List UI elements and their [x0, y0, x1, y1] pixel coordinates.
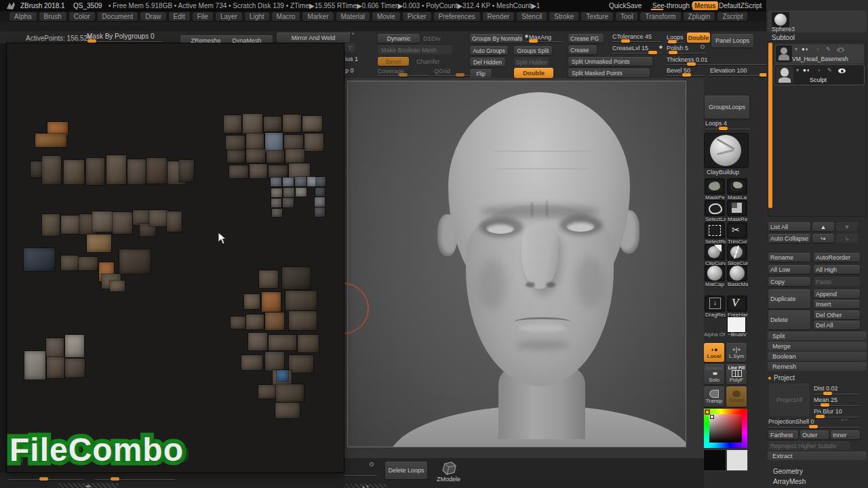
reference-thumbnail[interactable] [87, 235, 111, 252]
double-toggle-groups[interactable]: Double [514, 68, 553, 78]
tray-scrollbar-orange[interactable] [768, 43, 771, 208]
loops-count-track[interactable] [705, 129, 750, 129]
canvas[interactable] [347, 81, 686, 447]
reference-thumbnail[interactable] [302, 116, 322, 131]
brush-cell-maskla[interactable]: MaskLa [728, 179, 748, 201]
zmodeler-cube-icon[interactable] [439, 461, 458, 476]
polyframe-button[interactable]: Line Fill PolyF [726, 364, 747, 384]
groups-by-normals-button[interactable]: Groups By Normals [470, 34, 523, 43]
reference-thumbnail[interactable] [315, 188, 325, 197]
mask-by-polygroups-handle[interactable] [87, 39, 96, 43]
auto-groups-button[interactable]: Auto Groups [470, 46, 508, 55]
brush-cell-matcap[interactable]: MatCap [705, 266, 726, 287]
reference-thumbnail[interactable] [277, 370, 288, 382]
brush-cell-clipcurv[interactable]: ClipCurv [705, 245, 726, 266]
quicksave-button[interactable]: QuickSave [609, 2, 642, 9]
menu-stencil[interactable]: Stencil [517, 12, 547, 21]
brush-cell-maskre[interactable]: MaskRe [728, 201, 748, 222]
mask-by-polygroups-track[interactable] [87, 41, 163, 42]
projection-shell-mini-icons[interactable]: ≡ ᵗᶻ [841, 418, 848, 422]
reference-thumbnail[interactable] [133, 210, 151, 225]
reference-thumbnail[interactable] [246, 149, 265, 163]
polypaint-icons-dim[interactable]: ◐ [816, 46, 821, 52]
menu-draw[interactable]: Draw [140, 12, 165, 21]
double-toggle-loops[interactable]: Double [687, 33, 710, 43]
menu-zscript[interactable]: Zscript [717, 12, 747, 21]
dynamic-button[interactable]: Dynamic [378, 34, 420, 43]
pen-icon[interactable]: ✎ [826, 46, 831, 52]
panel-loops-button[interactable]: Panel Loops [711, 34, 753, 47]
menu-preferences[interactable]: Preferences [434, 12, 480, 21]
reference-thumbnail[interactable] [119, 249, 151, 274]
reference-thumbnail[interactable] [289, 311, 317, 330]
hidden-slider-handle-1[interactable] [39, 477, 48, 481]
reference-thumbnail[interactable] [267, 150, 284, 163]
groups-loops-button[interactable]: GroupsLoops [705, 96, 749, 119]
bevel-amount-handle[interactable] [682, 73, 691, 77]
reference-thumbnail[interactable] [35, 134, 66, 147]
menu-tool[interactable]: Tool [616, 12, 637, 21]
split-masked-points-button[interactable]: Split Masked Points [568, 68, 650, 77]
qgrid-handle[interactable] [456, 73, 465, 77]
copy-button[interactable]: Copy [768, 277, 810, 286]
reference-thumbnail[interactable] [264, 117, 281, 131]
color-picker-hue-marker[interactable] [705, 409, 710, 415]
section-geometry[interactable]: Geometry [773, 468, 803, 475]
ctolerance-track[interactable] [612, 41, 661, 42]
reference-thumbnail[interactable] [24, 248, 55, 271]
reference-thumbnail[interactable] [265, 352, 284, 371]
stroke-freehand-button[interactable]: V FreeHan [728, 296, 748, 318]
reference-thumbnail[interactable] [61, 216, 80, 234]
insert-button[interactable]: Insert [814, 300, 860, 308]
all-high-button[interactable]: All High [814, 265, 860, 274]
reference-thumbnail[interactable] [298, 335, 319, 352]
reference-thumbnail[interactable] [283, 115, 301, 132]
menu-movie[interactable]: Movie [372, 12, 400, 21]
stroke-dragrect-button[interactable]: ↓ DragRec [705, 296, 726, 318]
project-all-button[interactable]: ProjectAll [769, 384, 810, 416]
reference-thumbnail[interactable] [226, 136, 245, 150]
duplicate-button[interactable]: Duplicate [768, 289, 810, 308]
reference-thumbnail[interactable] [231, 317, 245, 329]
reference-thumbnail[interactable] [271, 188, 282, 197]
menu-texture[interactable]: Texture [581, 12, 613, 21]
polypaint-icons[interactable]: ●◐ [803, 67, 811, 73]
reference-thumbnail[interactable] [295, 177, 307, 186]
reference-thumbnail[interactable] [272, 209, 282, 217]
dist-slider-label[interactable]: Dist 0.02 [814, 385, 838, 392]
menu-layer[interactable]: Layer [216, 12, 242, 21]
crease-button[interactable]: Crease [568, 45, 597, 54]
del-all-button[interactable]: Del All [814, 321, 860, 329]
menu-alpha[interactable]: Alpha [9, 12, 37, 21]
reference-thumbnail[interactable] [92, 211, 113, 232]
creaselvl-handle[interactable] [648, 51, 657, 54]
menus-button[interactable]: Menus [692, 1, 718, 10]
section-project[interactable]: Project [774, 374, 795, 382]
menu-marker[interactable]: Marker [302, 12, 333, 21]
brush-cell-trimcur[interactable]: ✂TrimCur [728, 223, 748, 245]
menu-stroke[interactable]: Stroke [549, 12, 578, 21]
creaselvl-slider-label[interactable]: CreaseLvl 15 [612, 45, 648, 52]
coverage-handle[interactable] [399, 73, 408, 77]
brush-cell-slicecur[interactable]: SliceCur [728, 245, 748, 266]
mask-by-polygroups-slider-label[interactable]: Mask By Polygroups 0 [87, 33, 155, 40]
reference-thumbnail[interactable] [113, 212, 132, 234]
reference-thumbnail[interactable] [283, 198, 294, 207]
delete-loops-button[interactable]: Delete Loops [385, 462, 427, 479]
reference-thumbnail[interactable] [262, 292, 281, 312]
all-low-button[interactable]: All Low [768, 265, 810, 274]
reference-thumbnail[interactable] [24, 351, 45, 380]
tray-divider-handle-left[interactable]: ◀▶ [58, 483, 119, 488]
reference-thumbnail[interactable] [284, 135, 303, 150]
mean-handle[interactable] [821, 403, 829, 407]
list-all-button[interactable]: List All [768, 222, 810, 231]
pen-icon[interactable]: ✎ [827, 67, 833, 73]
subtool-drag-icon[interactable]: ▾ [795, 46, 798, 52]
local-button[interactable]: ◖● Local [704, 343, 724, 362]
projection-shell-slider-label[interactable]: ProjectionShell 0 [768, 418, 814, 425]
delete-button[interactable]: Delete [768, 310, 810, 329]
reference-thumbnail[interactable] [42, 214, 60, 236]
subtool-item-sculpt[interactable]: ▾ ●◐ ◐ ✎ Sculpt [774, 65, 864, 85]
loops-count-slider-label[interactable]: Loops 4 [705, 120, 727, 127]
section-boolean[interactable]: Boolean [768, 352, 867, 361]
